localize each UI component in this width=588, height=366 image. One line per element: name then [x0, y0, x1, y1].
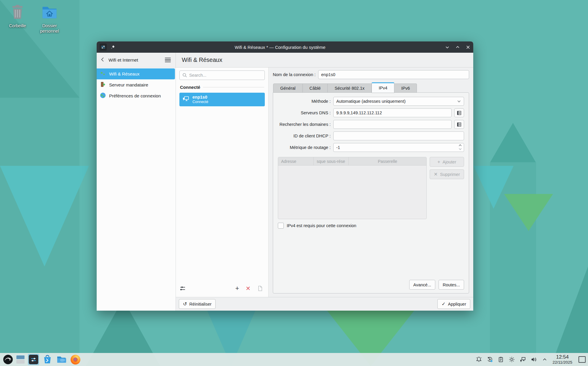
updates-icon[interactable] — [487, 356, 493, 363]
chevron-down-icon — [457, 99, 461, 103]
wired-network-icon — [182, 95, 190, 104]
connection-form-panel: Nom de la connexion : Général Câblé Sécu… — [269, 68, 473, 297]
sidebar-item-serveur-mandataire[interactable]: Serveur mandataire — [97, 79, 176, 90]
routes-button[interactable]: Routes... — [439, 280, 464, 290]
search-domains-label: Rechercher les domaines : — [278, 122, 331, 127]
x-icon: ✕ — [434, 172, 438, 177]
search-domains-input[interactable] — [333, 120, 452, 129]
wallpaper-shape — [551, 267, 588, 366]
file-manager-icon — [56, 354, 66, 365]
column-header-masque: sque sous-rése — [314, 157, 349, 165]
tab-bar: Général Câblé Sécurité 802.1x IPv4 IPv6 — [273, 82, 469, 93]
page-title: Wifi & Réseaux — [176, 53, 228, 67]
add-connection-icon[interactable]: + — [235, 285, 239, 292]
tab-ipv6[interactable]: IPv6 — [394, 84, 417, 93]
desktop: Corbeille Dossierpersonnel — [0, 0, 588, 366]
trash-icon — [9, 4, 26, 22]
pin-keep-above-icon[interactable] — [110, 45, 115, 49]
desktop-icon-trash[interactable]: Corbeille — [1, 4, 34, 28]
notifications-bell-icon[interactable] — [476, 356, 482, 363]
tab-securite-8021x[interactable]: Sécurité 802.1x — [328, 84, 372, 93]
firefox-icon — [71, 355, 80, 365]
method-dropdown[interactable]: Automatique (adresses uniquement) — [333, 97, 464, 106]
sidebar-item-label: Serveur mandataire — [109, 82, 148, 87]
addresses-table-body — [278, 166, 426, 219]
connection-item-enp1s0[interactable]: enp1s0 Connecté — [179, 93, 265, 106]
proxy-server-icon — [100, 81, 106, 89]
desktop-icon-label: Dossierpersonnel — [40, 23, 59, 34]
dns-label: Serveurs DNS : — [278, 110, 331, 115]
taskbar-dolphin[interactable] — [56, 354, 67, 365]
search-icon — [182, 73, 187, 78]
ipv4-required-label: IPv4 est requis pour cette connexion — [287, 223, 356, 228]
domains-list-edit-button[interactable] — [454, 120, 464, 129]
application-launcher-icon[interactable] — [2, 354, 14, 365]
tab-cable[interactable]: Câblé — [303, 84, 328, 93]
discover-icon — [42, 354, 52, 365]
ipv4-tab-content: Méthode : Automatique (adresses uniqueme… — [273, 92, 469, 293]
spin-up-icon[interactable] — [458, 144, 462, 147]
export-connection-icon[interactable] — [257, 285, 263, 291]
sidebar-item-label: Préférences de connexion — [109, 93, 161, 98]
clock-date: 22/11/2025 — [552, 360, 572, 365]
advanced-button[interactable]: Avancé... — [409, 280, 435, 290]
tab-general[interactable]: Général — [273, 84, 303, 93]
hamburger-menu-icon[interactable] — [164, 57, 172, 64]
tab-ipv4[interactable]: IPv4 — [372, 82, 394, 93]
taskbar-system-settings[interactable] — [28, 354, 39, 365]
system-tray — [476, 356, 548, 363]
titlebar[interactable]: Wifi & Réseaux * — Configuration du syst… — [97, 41, 473, 53]
sidebar-item-label: Wifi & Réseaux — [109, 71, 140, 76]
brightness-icon[interactable] — [509, 356, 515, 363]
sidebar: Wifi & Réseaux Serveur mandataire — [97, 68, 176, 311]
sidebar-item-wifi-reseaux[interactable]: Wifi & Réseaux — [97, 68, 175, 79]
ipv4-required-checkbox[interactable] — [278, 223, 284, 229]
taskbar-discover[interactable] — [42, 354, 53, 365]
volume-icon[interactable] — [530, 356, 537, 363]
minimize-button[interactable] — [445, 45, 450, 49]
reset-button[interactable]: ↺ Réinitialiser — [179, 299, 216, 309]
maximize-button[interactable] — [455, 45, 460, 49]
desktop-icon-home-folder[interactable]: Dossierpersonnel — [33, 4, 66, 34]
network-wired-icon[interactable] — [520, 356, 526, 363]
window-header: Wifi et Internet Wifi & Réseaux — [97, 53, 473, 68]
dhcp-client-id-label: ID de client DHCP : — [278, 134, 331, 138]
taskbar-firefox[interactable] — [70, 354, 81, 365]
dns-input[interactable] — [333, 108, 452, 117]
routing-metric-input[interactable] — [333, 143, 464, 152]
tray-expander-chevron-up-icon[interactable] — [541, 356, 548, 363]
list-edit-icon — [457, 122, 461, 127]
show-desktop-button[interactable] — [579, 356, 586, 363]
configuration-sliders-icon[interactable] — [179, 285, 186, 292]
globe-network-icon — [100, 70, 106, 78]
sidebar-item-preferences-connexion[interactable]: Préférences de connexion — [97, 90, 176, 101]
dhcp-client-id-input[interactable] — [333, 131, 464, 140]
connection-name-input[interactable] — [318, 70, 469, 79]
remove-address-button[interactable]: ✕ Supprimer — [430, 169, 464, 179]
taskbar: 12:54 22/11/2025 — [0, 353, 588, 366]
pager-desktop-2[interactable] — [16, 360, 25, 364]
back-button[interactable] — [100, 57, 106, 63]
search-input[interactable] — [179, 70, 265, 80]
plus-icon: + — [437, 160, 440, 164]
window-footer: ↺ Réinitialiser ✓ Appliquer — [176, 297, 473, 311]
close-button[interactable] — [466, 45, 470, 49]
pager-desktop-1[interactable] — [16, 355, 25, 359]
checkmark-icon: ✓ — [442, 302, 445, 306]
digital-clock[interactable]: 12:54 22/11/2025 — [551, 354, 574, 365]
virtual-desktop-pager[interactable] — [16, 355, 25, 364]
add-address-button[interactable]: + Ajouter — [430, 157, 464, 167]
spin-down-icon[interactable] — [458, 147, 462, 150]
app-menu-icon[interactable] — [100, 44, 107, 51]
undo-icon: ↺ — [183, 302, 187, 306]
window-title: Wifi & Réseaux * — Configuration du syst… — [115, 45, 445, 50]
clipboard-icon[interactable] — [498, 356, 504, 363]
breadcrumb: Wifi et Internet — [109, 57, 161, 63]
dns-list-edit-button[interactable] — [454, 108, 464, 117]
globe-icon — [100, 92, 106, 99]
apply-button[interactable]: ✓ Appliquer — [437, 299, 470, 309]
clock-time: 12:54 — [556, 354, 569, 360]
column-header-passerelle: Passerelle — [349, 157, 426, 165]
system-settings-window: Wifi & Réseaux * — Configuration du syst… — [97, 41, 473, 311]
delete-connection-icon[interactable]: ✕ — [246, 285, 251, 291]
